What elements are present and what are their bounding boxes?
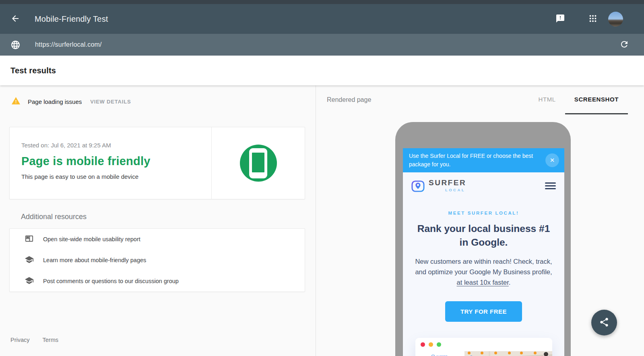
- tab-html[interactable]: HTML: [529, 85, 565, 114]
- view-details-button[interactable]: VIEW DETAILS: [89, 97, 132, 106]
- share-icon: [599, 317, 609, 329]
- hero-body: New customers are within reach! Check, t…: [413, 256, 555, 288]
- promo-banner: Use the Surfer Local for FREE or choose …: [403, 148, 564, 172]
- preview-tabs: HTML SCREENSHOT: [529, 85, 628, 114]
- brand-primary: SURFER: [429, 178, 466, 187]
- url-bar: https://surferlocal.com/: [0, 34, 644, 56]
- resource-link-usability-report[interactable]: Open site-wide mobile usability report: [10, 229, 305, 250]
- page-title: Test results: [10, 66, 56, 75]
- terms-link[interactable]: Terms: [43, 336, 58, 344]
- phone-screen: Use the Surfer Local for FREE or choose …: [403, 148, 564, 356]
- resource-link-discussion-group[interactable]: Post comments or questions to our discus…: [10, 271, 305, 292]
- share-button[interactable]: [591, 310, 617, 335]
- rendered-page-panel: Rendered page HTML SCREENSHOT Use the Su…: [316, 85, 644, 356]
- mini-map: [464, 351, 552, 356]
- school-icon: [25, 255, 34, 266]
- warning-icon: [11, 96, 21, 107]
- globe-icon: [10, 40, 21, 50]
- hero-body-text: .: [509, 279, 511, 286]
- apps-grid-icon: [588, 14, 597, 24]
- browser-titlebar: [415, 338, 552, 351]
- avatar[interactable]: [608, 12, 623, 27]
- issues-row: Page loading issues VIEW DETAILS: [11, 96, 316, 107]
- surfer-local-logo: SURFER LOCAL: [411, 178, 466, 193]
- map-marker-avatar: [543, 352, 549, 356]
- hero-body-text: New customers are within reach! Check, t…: [415, 258, 552, 275]
- site-header: SURFER LOCAL: [403, 172, 564, 196]
- hero-heading: Rank your local business #1 in Google.: [413, 222, 554, 249]
- traffic-light-green: [437, 342, 441, 347]
- hamburger-menu-icon: [545, 179, 556, 192]
- brand-secondary: LOCAL: [429, 188, 466, 192]
- refresh-icon: [619, 39, 629, 50]
- resource-link-learn-more[interactable]: Learn more about mobile-friendly pages: [10, 250, 305, 271]
- hero-eyebrow: MEET SURFER LOCAL!: [413, 211, 555, 215]
- url-text: https://surferlocal.com/: [35, 41, 102, 48]
- logo-text: SURFER LOCAL: [429, 178, 466, 192]
- result-card-main: Tested on: Jul 6, 2021 at 9:25 AM Page i…: [10, 127, 211, 199]
- phone-mockup: Use the Surfer Local for FREE or choose …: [395, 122, 571, 356]
- mobile-phone-icon: [240, 145, 277, 182]
- main-content: Page loading issues VIEW DETAILS Tested …: [0, 85, 644, 356]
- location-pin-icon: [411, 179, 425, 193]
- refresh-button[interactable]: [619, 39, 630, 50]
- browser-window-mockup: ‹ SURFER: [415, 338, 552, 356]
- tested-on-text: Tested on: Jul 6, 2021 at 9:25 AM: [21, 142, 211, 149]
- rendered-page-header: Rendered page HTML SCREENSHOT: [316, 85, 644, 114]
- result-card: Tested on: Jul 6, 2021 at 9:25 AM Page i…: [9, 127, 305, 199]
- footer-links: Privacy Terms: [10, 336, 71, 344]
- school-icon: [25, 276, 34, 287]
- feedback-button[interactable]: [555, 14, 566, 24]
- back-button[interactable]: [10, 13, 21, 25]
- results-bar: Test results: [0, 56, 644, 85]
- verdict-description: This page is easy to use on a mobile dev…: [21, 173, 211, 180]
- tab-screenshot[interactable]: SCREENSHOT: [565, 85, 628, 114]
- top-strip: [0, 0, 644, 4]
- results-panel: Page loading issues VIEW DETAILS Tested …: [0, 85, 316, 356]
- browser-content: ‹ SURFER: [415, 351, 552, 356]
- traffic-light-yellow: [429, 342, 433, 347]
- app-bar-actions: [555, 12, 644, 27]
- mini-sidebar: ‹ SURFER: [415, 351, 464, 356]
- rendered-page-label: Rendered page: [327, 96, 371, 103]
- close-icon: ✕: [545, 153, 559, 167]
- app-bar: Mobile-Friendly Test: [0, 4, 644, 34]
- apps-grid-button[interactable]: [588, 14, 598, 24]
- hero-section: MEET SURFER LOCAL! Rank your local busin…: [403, 211, 564, 322]
- hero-link: at least 10x faster: [457, 279, 509, 286]
- resource-label: Learn more about mobile-friendly pages: [43, 257, 146, 263]
- result-card-icon-cell: [211, 127, 305, 199]
- verdict-title: Page is mobile friendly: [21, 155, 211, 168]
- reader-mode-icon: [25, 234, 34, 245]
- resource-label: Post comments or questions to our discus…: [43, 278, 179, 284]
- app-title: Mobile-Friendly Test: [35, 14, 108, 24]
- promo-banner-text: Use the Surfer Local for FREE or choose …: [409, 152, 535, 169]
- feedback-icon: [555, 14, 565, 25]
- privacy-link[interactable]: Privacy: [10, 336, 30, 344]
- arrow-back-icon: [10, 14, 20, 25]
- issues-label: Page loading issues: [28, 98, 82, 105]
- traffic-light-red: [421, 342, 425, 347]
- resources-card: Open site-wide mobile usability report L…: [9, 228, 305, 292]
- additional-resources-title: Additional resources: [21, 213, 316, 221]
- resource-label: Open site-wide mobile usability report: [43, 236, 140, 242]
- try-for-free-button: TRY FOR FREE: [445, 301, 522, 322]
